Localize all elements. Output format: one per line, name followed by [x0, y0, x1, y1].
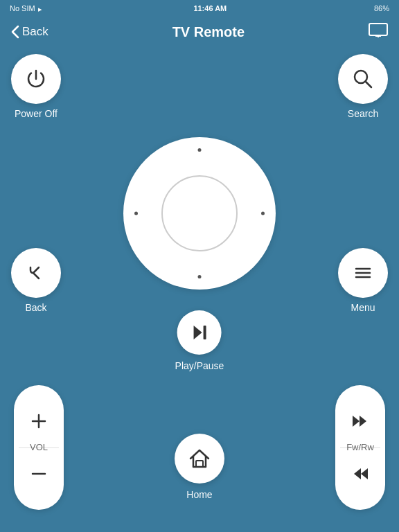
back-icon — [24, 260, 48, 285]
svg-marker-16 — [360, 416, 366, 427]
svg-marker-9 — [194, 326, 202, 339]
nav-title: TV Remote — [172, 24, 245, 40]
fast-forward-button[interactable] — [335, 395, 385, 447]
dpad-inner[interactable] — [161, 175, 238, 251]
fast-forward-icon — [351, 411, 370, 431]
menu-label: Menu — [351, 302, 375, 313]
nav-bar: Back TV Remote — [0, 17, 399, 47]
svg-text:▸: ▸ — [38, 5, 42, 12]
dpad-container[interactable] — [123, 137, 276, 290]
playpause-icon — [188, 321, 211, 344]
volume-pill: VOL — [14, 385, 64, 510]
rewind-button[interactable] — [335, 448, 385, 501]
status-time: 11:46 AM — [193, 4, 227, 12]
svg-marker-15 — [353, 416, 360, 427]
menu-icon — [351, 260, 375, 285]
fwrw-label: Fw/Rw — [346, 442, 374, 452]
volume-down-button[interactable] — [14, 448, 64, 501]
fwrw-pill: Fw/Rw — [335, 385, 385, 510]
svg-rect-10 — [204, 326, 206, 339]
power-icon-circle — [11, 54, 61, 104]
dpad-dot-right — [261, 212, 265, 215]
menu-button[interactable]: Menu — [338, 248, 388, 313]
dpad-dot-left — [134, 212, 138, 215]
back-button[interactable]: Back — [11, 248, 61, 313]
playpause-icon-circle — [177, 310, 222, 355]
nav-back-button[interactable]: Back — [11, 25, 48, 39]
svg-marker-18 — [354, 468, 361, 479]
back-label: Back — [25, 302, 46, 313]
home-button[interactable]: Home — [175, 434, 224, 500]
tv-icon — [369, 23, 388, 42]
search-icon-circle — [338, 54, 388, 104]
home-label: Home — [186, 489, 212, 500]
volume-down-icon — [29, 464, 48, 484]
power-icon — [24, 66, 48, 91]
wifi-icon: ▸ — [38, 4, 46, 12]
svg-line-5 — [366, 82, 371, 87]
svg-marker-17 — [361, 468, 368, 479]
back-icon-circle — [11, 248, 61, 298]
battery-text: 86% — [374, 4, 389, 12]
home-icon-circle — [175, 434, 224, 484]
carrier-text: No SIM — [10, 4, 35, 12]
dpad-outer[interactable] — [123, 137, 276, 290]
nav-back-label: Back — [22, 25, 48, 39]
dpad-dot-bottom — [198, 275, 202, 278]
search-button[interactable]: Search — [338, 54, 388, 119]
volume-label: VOL — [30, 442, 48, 452]
tv-display-icon — [369, 23, 388, 38]
svg-rect-14 — [196, 461, 203, 467]
remote-content: Power Off Search Back — [0, 47, 399, 532]
status-bar: No SIM ▸ 11:46 AM 86% — [0, 0, 399, 17]
svg-rect-1 — [369, 24, 387, 35]
power-off-button[interactable]: Power Off — [11, 54, 61, 119]
search-icon — [351, 66, 375, 91]
chevron-left-icon — [11, 25, 19, 39]
playpause-button[interactable]: Play/Pause — [175, 310, 224, 371]
power-off-label: Power Off — [15, 108, 57, 119]
status-right: 86% — [374, 4, 389, 12]
search-label: Search — [348, 108, 378, 119]
volume-up-icon — [29, 411, 48, 431]
volume-up-button[interactable] — [14, 395, 64, 447]
menu-icon-circle — [338, 248, 388, 298]
playpause-label: Play/Pause — [175, 360, 224, 371]
status-left: No SIM ▸ — [10, 4, 46, 12]
home-icon — [187, 446, 212, 471]
rewind-icon — [351, 464, 370, 484]
dpad-dot-top — [198, 148, 202, 152]
